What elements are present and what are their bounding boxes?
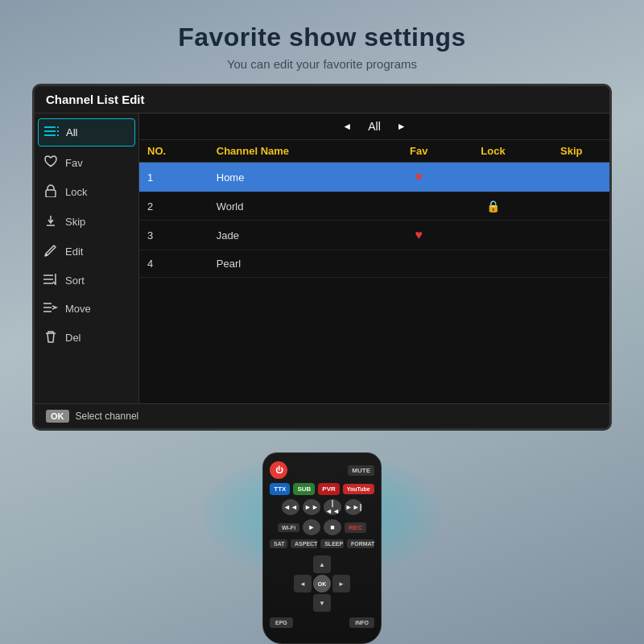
sidebar-label-del: Del: [65, 332, 81, 344]
play-button[interactable]: ►►: [303, 499, 320, 515]
power-button[interactable]: ⏻: [270, 461, 287, 479]
col-lock: Lock: [452, 140, 533, 163]
remote-row-playback2: Wi-Fi ► ■ REC: [270, 519, 374, 535]
sidebar-item-move[interactable]: Move: [35, 295, 138, 323]
nav-label: All: [368, 120, 381, 133]
dpad-ok[interactable]: OK: [313, 575, 331, 592]
sidebar-item-lock[interactable]: Lock: [35, 177, 138, 207]
sleep-button[interactable]: SLEEP: [320, 539, 344, 548]
cell-fav: [385, 192, 452, 221]
nav-right-arrow[interactable]: ►: [397, 121, 407, 132]
move-icon: [43, 302, 59, 316]
sub-button[interactable]: SUB: [293, 483, 315, 495]
sort-icon: [43, 274, 59, 287]
cell-skip: [534, 250, 609, 278]
sat-button[interactable]: SAT: [270, 539, 287, 548]
next-button[interactable]: ►►|: [345, 499, 362, 515]
page-title: Favorite show settings: [0, 23, 644, 52]
sidebar-label-all: All: [66, 126, 77, 138]
fav-heart-icon: ♥: [415, 228, 423, 242]
fav-icon: [43, 155, 59, 170]
nav-left-arrow[interactable]: ◄: [342, 121, 352, 132]
pause-button[interactable]: ►: [303, 519, 320, 535]
dpad-empty-bl: [294, 594, 312, 612]
sidebar-item-fav[interactable]: Fav: [35, 148, 138, 177]
dpad-right[interactable]: ►: [332, 575, 350, 592]
dpad-empty-tr: [332, 555, 350, 573]
page-header: Favorite show settings You can edit your…: [0, 0, 644, 84]
remote-row-playback1: ◄◄ ►► |◄◄ ►►|: [270, 499, 374, 515]
remote-row-power: ⏻ MUTE: [270, 461, 374, 479]
format-button[interactable]: FORMAT: [347, 539, 374, 548]
dpad-empty-br: [332, 594, 350, 612]
table-row[interactable]: 3Jade♥: [139, 221, 609, 250]
table-row[interactable]: 4Pearl: [139, 250, 609, 278]
cell-name: Home: [208, 163, 385, 192]
lock-indicator-icon: 🔒: [486, 200, 500, 213]
sidebar-label-move: Move: [65, 303, 91, 315]
page-subtitle: You can edit your favorite programs: [0, 57, 644, 71]
sidebar-label-sort: Sort: [65, 275, 85, 287]
stop-button[interactable]: ■: [324, 519, 341, 535]
remote-row-settings: SAT ASPECT SLEEP FORMAT: [270, 539, 374, 548]
screen-title: Channel List Edit: [46, 93, 145, 106]
fav-heart-icon: ♥: [415, 170, 423, 184]
prev-button[interactable]: |◄◄: [324, 499, 341, 515]
dpad: ▲ ◄ OK ► ▼: [294, 555, 350, 612]
remote-control: ⏻ MUTE TTX SUB PVR YouTube ◄◄ ►► |◄◄ ►►|…: [262, 452, 382, 644]
cell-lock: [452, 163, 533, 192]
dpad-left[interactable]: ◄: [294, 575, 312, 592]
epg-button[interactable]: EPG: [270, 617, 293, 628]
cell-no: 2: [139, 192, 208, 221]
sidebar: All Fav Lock: [35, 114, 139, 403]
cell-skip: [534, 192, 609, 221]
rew-button[interactable]: ◄◄: [282, 499, 299, 515]
info-button[interactable]: INFO: [349, 617, 374, 628]
edit-icon: [43, 244, 59, 259]
col-no: NO.: [139, 140, 208, 163]
screen-content: All Fav Lock: [35, 114, 609, 403]
screen-titlebar: Channel List Edit: [35, 86, 609, 114]
cell-no: 4: [139, 250, 208, 278]
sidebar-item-sort[interactable]: Sort: [35, 266, 138, 295]
remote-row-epg: EPG INFO: [270, 617, 374, 628]
dpad-empty-tl: [294, 555, 312, 573]
cell-name: World: [208, 192, 385, 221]
nav-row: ◄ All ►: [139, 114, 609, 140]
rec-button[interactable]: REC: [345, 522, 366, 533]
sidebar-label-lock: Lock: [65, 186, 87, 198]
sidebar-item-skip[interactable]: Skip: [35, 207, 138, 237]
cell-lock: [452, 250, 533, 278]
cell-name: Jade: [208, 221, 385, 250]
pvr-button[interactable]: PVR: [318, 483, 339, 495]
wifi-button[interactable]: Wi-Fi: [278, 523, 299, 532]
table-header-row: NO. Channel Name Fav Lock Skip: [139, 140, 609, 163]
table-row[interactable]: 1Home♥: [139, 163, 609, 192]
skip-icon: [43, 214, 59, 229]
col-channel-name: Channel Name: [208, 140, 385, 163]
sidebar-item-del[interactable]: Del: [35, 323, 138, 353]
bottom-action-text: Select channel: [76, 411, 139, 422]
cell-fav: ♥: [385, 163, 452, 192]
tv-screen: Channel List Edit All Fav: [32, 84, 612, 431]
main-area: ◄ All ► NO. Channel Name Fav Lock Skip: [139, 114, 609, 403]
aspect-button[interactable]: ASPECT: [291, 539, 317, 548]
sidebar-label-fav: Fav: [65, 157, 83, 169]
cell-lock: 🔒: [452, 192, 533, 221]
all-icon: [43, 126, 60, 139]
ok-badge: OK: [46, 410, 69, 423]
cell-no: 3: [139, 221, 208, 250]
bottom-bar: OK Select channel: [35, 403, 609, 428]
table-row[interactable]: 2World🔒: [139, 192, 609, 221]
youtube-button[interactable]: YouTube: [343, 484, 374, 494]
sidebar-item-all[interactable]: All: [38, 118, 135, 147]
mute-button[interactable]: MUTE: [348, 465, 374, 476]
dpad-down[interactable]: ▼: [313, 594, 331, 612]
svg-rect-6: [46, 190, 56, 197]
ttx-button[interactable]: TTX: [270, 483, 290, 495]
tv-wrapper: Channel List Edit All Fav: [0, 84, 644, 431]
dpad-up[interactable]: ▲: [313, 555, 331, 573]
channel-table: NO. Channel Name Fav Lock Skip 1Home♥2Wo…: [139, 140, 609, 278]
sidebar-item-edit[interactable]: Edit: [35, 237, 138, 266]
col-fav: Fav: [385, 140, 452, 163]
